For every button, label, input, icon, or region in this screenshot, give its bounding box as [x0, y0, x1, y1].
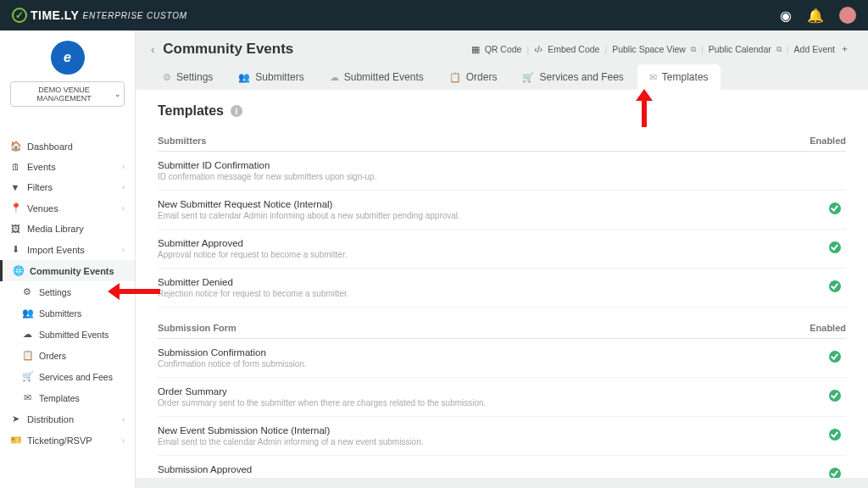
enabled-icon — [829, 468, 841, 478]
enabled-header: Enabled — [810, 323, 846, 333]
template-desc: Email sent to calendar Admin informing a… — [158, 211, 460, 220]
topbar: ✓ TIME.LY ENTERPRISE CUSTOM ◉ 🔔 — [0, 0, 868, 30]
info-icon[interactable]: i — [231, 105, 242, 117]
sidebar: e DEMO VENUE MANAGEMENT ⌄ 🏠Dashboard 🗓Ev… — [0, 30, 136, 488]
sidebar-item-events[interactable]: 🗓Events› — [0, 157, 135, 177]
template-row[interactable]: Submission ConfirmationConfirmation noti… — [158, 339, 846, 378]
org-select[interactable]: DEMO VENUE MANAGEMENT ⌄ — [10, 81, 125, 107]
template-name: Submitter ID Confirmation — [158, 160, 376, 170]
enabled-icon — [829, 202, 841, 214]
tab-templates[interactable]: ✉Templates — [637, 64, 721, 90]
plus-icon: ＋ — [840, 43, 849, 55]
support-icon[interactable]: ◉ — [780, 8, 792, 24]
public-space-action[interactable]: Public Space View — [612, 44, 686, 54]
sidebar-sub-orders[interactable]: 📋Orders — [0, 345, 135, 366]
ticket-icon: 🎫 — [10, 435, 20, 446]
chevron-right-icon: › — [122, 204, 125, 213]
tab-submitters[interactable]: 👥Submitters — [226, 64, 315, 90]
external-link-icon: ⧉ — [691, 45, 696, 54]
template-row[interactable]: New Submitter Request Notice (Internal)E… — [158, 191, 846, 230]
embed-action[interactable]: Embed Code — [548, 44, 599, 54]
template-name: New Submitter Request Notice (Internal) — [158, 199, 460, 209]
enabled-icon — [829, 280, 841, 292]
sidebar-item-dashboard[interactable]: 🏠Dashboard — [0, 136, 135, 157]
sidebar-item-label: Orders — [39, 351, 66, 361]
sidebar-item-media[interactable]: 🖼Media Library — [0, 219, 135, 239]
sidebar-item-import[interactable]: ⬇Import Events› — [0, 239, 135, 260]
chevron-right-icon: › — [122, 436, 125, 445]
home-icon: 🏠 — [10, 141, 20, 152]
sidebar-item-label: Services and Fees — [39, 372, 113, 382]
sidebar-item-venues[interactable]: 📍Venues› — [0, 197, 135, 219]
sidebar-item-community-events[interactable]: 🌐Community Events — [0, 260, 135, 281]
tab-label: Submitted Events — [344, 71, 424, 83]
clipboard-icon: 📋 — [22, 350, 32, 361]
template-row[interactable]: Submission Approved — [158, 456, 846, 478]
template-name: Submission Confirmation — [158, 347, 307, 358]
chevron-right-icon: › — [122, 246, 125, 254]
section-title: Submission Form — [158, 323, 236, 333]
panel-title-text: Templates — [158, 103, 224, 119]
org-block: e DEMO VENUE MANAGEMENT ⌄ — [0, 30, 135, 117]
cloud-icon: ☁ — [330, 72, 339, 83]
tabs: ⚙Settings 👥Submitters ☁Submitted Events … — [136, 64, 868, 90]
add-event-action[interactable]: Add Event — [794, 44, 835, 54]
sidebar-item-label: Venues — [27, 203, 58, 214]
download-icon: ⬇ — [10, 244, 20, 255]
brand-edition: ENTERPRISE CUSTOM — [82, 11, 186, 20]
content: ‹ Community Events ▦QR Code| ‹/›Embed Co… — [136, 30, 868, 488]
sidebar-sub-submitted-events[interactable]: ☁Submitted Events — [0, 324, 135, 345]
envelope-icon: ✉ — [22, 392, 32, 403]
tab-services-fees[interactable]: 🛒Services and Fees — [510, 64, 635, 90]
template-name: Submitter Denied — [158, 277, 349, 287]
template-row[interactable]: Order SummaryOrder summary sent to the s… — [158, 378, 846, 417]
sidebar-sub-templates[interactable]: ✉Templates — [0, 387, 135, 408]
users-icon: 👥 — [22, 308, 32, 319]
sidebar-sub-submitters[interactable]: 👥Submitters — [0, 302, 135, 324]
template-desc: ID confirmation message for new submitte… — [158, 172, 376, 181]
template-row[interactable]: New Event Submission Notice (Internal)Em… — [158, 417, 846, 456]
page-head: ‹ Community Events ▦QR Code| ‹/›Embed Co… — [136, 30, 868, 64]
tab-label: Orders — [466, 71, 498, 83]
template-row[interactable]: Submitter DeniedRejection notice for req… — [158, 269, 846, 308]
sidebar-item-label: Submitters — [39, 308, 81, 319]
sidebar-sub-settings[interactable]: ⚙Settings — [0, 281, 135, 302]
tab-label: Services and Fees — [539, 71, 623, 83]
calendar-icon: 🗓 — [10, 162, 20, 172]
brand-name: TIME.LY — [31, 8, 79, 22]
chevron-right-icon: › — [122, 415, 125, 424]
tab-submitted-events[interactable]: ☁Submitted Events — [318, 64, 436, 90]
template-row[interactable]: Submitter ApprovedApproval notice for re… — [158, 230, 846, 269]
template-desc: Approval notice for request to become a … — [158, 250, 347, 259]
sidebar-item-filters[interactable]: ▼Filters› — [0, 177, 135, 197]
org-select-label: DEMO VENUE MANAGEMENT — [14, 86, 114, 103]
sidebar-item-label: Import Events — [27, 245, 85, 255]
templates-panel: Templates i SubmittersEnabledSubmitter I… — [136, 90, 868, 478]
template-name: Submitter Approved — [158, 238, 347, 248]
template-name: New Event Submission Notice (Internal) — [158, 425, 424, 435]
public-calendar-action[interactable]: Public Calendar — [709, 44, 771, 54]
external-link-icon: ⧉ — [776, 45, 782, 54]
chevron-down-icon: ⌄ — [114, 90, 121, 98]
back-button[interactable]: ‹ — [151, 43, 154, 56]
tab-orders[interactable]: 📋Orders — [437, 64, 509, 90]
enabled-header: Enabled — [810, 136, 846, 146]
template-desc: Rejection notice for request to become a… — [158, 289, 349, 298]
bell-icon[interactable]: 🔔 — [807, 8, 824, 24]
sidebar-sub-services-fees[interactable]: 🛒Services and Fees — [0, 366, 135, 387]
template-row[interactable]: Submitter ID ConfirmationID confirmation… — [158, 152, 846, 191]
sidebar-item-label: Templates — [39, 393, 80, 403]
cloud-icon: ☁ — [22, 329, 32, 340]
avatar[interactable] — [839, 7, 856, 24]
sidebar-item-distribution[interactable]: ➤Distribution› — [0, 408, 135, 430]
tab-settings[interactable]: ⚙Settings — [151, 64, 225, 90]
globe-icon: 🌐 — [13, 265, 23, 276]
code-icon: ‹/› — [534, 44, 542, 54]
template-desc: Order summary sent to the submitter when… — [158, 398, 486, 408]
filter-icon: ▼ — [10, 182, 20, 192]
sidebar-item-label: Settings — [39, 287, 71, 297]
qr-icon: ▦ — [471, 44, 480, 54]
sidebar-item-ticketing[interactable]: 🎫Ticketing/RSVP› — [0, 430, 135, 451]
cart-icon: 🛒 — [22, 371, 32, 382]
qr-action[interactable]: QR Code — [485, 44, 522, 54]
